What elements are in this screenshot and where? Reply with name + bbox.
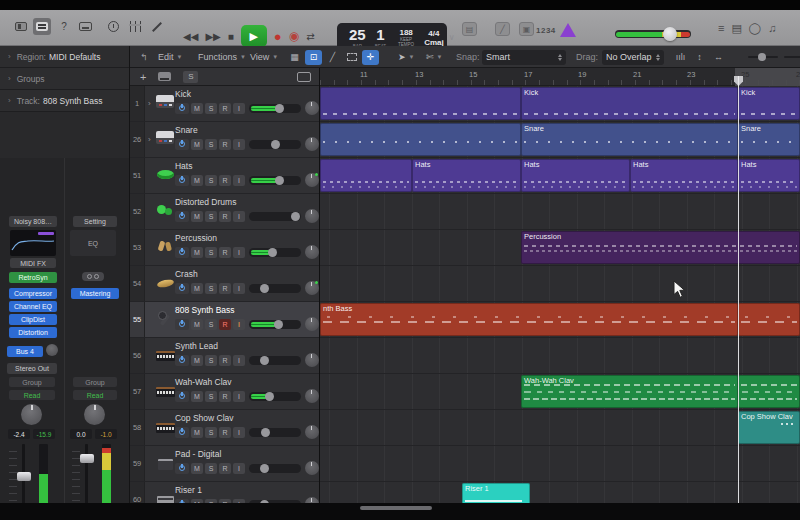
input-monitor-button[interactable]: I [233, 247, 245, 258]
power-button[interactable] [175, 283, 189, 294]
groups-inspector-header[interactable]: › Groups [0, 68, 129, 90]
global-solo-button[interactable]: S [183, 71, 198, 83]
mute-button[interactable]: M [191, 211, 203, 222]
output-slot[interactable]: Stereo Out [7, 363, 57, 374]
track-name[interactable]: Pad - Digital [175, 449, 319, 459]
solo-button[interactable]: S [205, 355, 217, 366]
record-enable-button[interactable]: R [219, 319, 231, 330]
record-enable-button[interactable]: R [219, 355, 231, 366]
track-row[interactable]: 26 › Snare M S R I [130, 122, 319, 158]
input-monitor-button[interactable]: I [233, 463, 245, 474]
midi-region[interactable]: Snare [521, 123, 738, 156]
vertical-zoom-icon[interactable]: ↕ [691, 50, 708, 65]
midi-region[interactable]: Cop Show Clav [738, 411, 800, 444]
lcd-chevron-icon[interactable]: ∨ [449, 33, 455, 42]
smart-controls-icon[interactable] [104, 18, 122, 35]
track-row[interactable]: 57 › Wah-Wah Clav M S R I [130, 374, 319, 410]
input-monitor-button[interactable]: I [233, 391, 245, 402]
track-name[interactable]: Synth Lead [175, 341, 319, 351]
mute-button[interactable]: M [191, 175, 203, 186]
track-icon[interactable] [153, 302, 175, 337]
mute-button[interactable]: M [191, 103, 203, 114]
instrument-slot[interactable]: RetroSyn [9, 272, 57, 283]
catch-icon[interactable]: ✛ [362, 50, 379, 65]
horizontal-zoom-slider[interactable] [784, 56, 800, 58]
mute-button[interactable]: M [191, 427, 203, 438]
track-row[interactable]: 1 › Kick M S R I [130, 86, 319, 122]
count-in-icon[interactable]: 1234 [536, 26, 556, 35]
send-knob[interactable] [46, 344, 58, 356]
input-monitor-button[interactable]: I [233, 175, 245, 186]
replace-icon[interactable]: ▣ [519, 22, 534, 36]
power-button[interactable] [175, 139, 189, 150]
input-monitor-button[interactable]: I [233, 319, 245, 330]
record-enable-button[interactable]: R [219, 139, 231, 150]
mute-button[interactable]: M [191, 247, 203, 258]
bar-ruler[interactable]: 111315171921232527 [320, 68, 800, 86]
pan-knob[interactable] [305, 245, 319, 259]
track-type-icon[interactable] [158, 72, 171, 81]
media-browser-icon[interactable]: ♫ [768, 22, 776, 35]
track-icon[interactable] [153, 374, 175, 409]
volume-slider[interactable] [249, 428, 301, 437]
audio-fx-slot[interactable]: ClipDist [9, 314, 57, 325]
track-row[interactable]: 54 › Crash M S R I [130, 266, 319, 302]
solo-button[interactable]: S [205, 247, 217, 258]
disclosure-icon[interactable]: › [8, 52, 11, 61]
track-row[interactable]: 51 › Hats M S R I [130, 158, 319, 194]
waveform-zoom-icon[interactable]: ıılı [672, 50, 689, 65]
track-row[interactable]: 55 › 808 Synth Bass M S R I [130, 302, 319, 338]
track-name[interactable]: Kick [175, 89, 319, 99]
mute-button[interactable]: M [191, 319, 203, 330]
input-monitor-button[interactable]: I [233, 211, 245, 222]
power-button[interactable] [175, 463, 189, 474]
power-button[interactable] [175, 211, 189, 222]
eq-thumbnail[interactable] [10, 230, 56, 256]
pan-knob[interactable] [305, 461, 319, 475]
record-enable-button[interactable]: R [219, 247, 231, 258]
volume-slider[interactable] [249, 140, 301, 149]
tuner-icon[interactable] [560, 23, 576, 37]
channel-setting-button[interactable]: Noisy 808… [9, 216, 57, 227]
midi-region[interactable]: Kick [738, 87, 800, 120]
track-row[interactable]: 53 › Percussion M S R I [130, 230, 319, 266]
secondary-tool-menu[interactable]: ✄▼ [426, 46, 443, 68]
track-name[interactable]: Percussion [175, 233, 319, 243]
fader-handle[interactable] [80, 454, 94, 463]
volume-slider[interactable] [249, 464, 301, 473]
mute-button[interactable]: M [191, 463, 203, 474]
channel-setting-button[interactable]: Setting [73, 216, 117, 227]
disclosure-icon[interactable]: › [8, 74, 11, 83]
pan-knob[interactable] [84, 404, 105, 425]
master-volume-slider[interactable] [615, 30, 691, 38]
pan-knob[interactable] [305, 353, 319, 367]
record-enable-button[interactable]: R [219, 463, 231, 474]
arrange-lane[interactable] [320, 482, 800, 503]
volume-readout[interactable]: 0.0 [70, 429, 92, 439]
region-inspector-header[interactable]: › Region: MIDI Defaults [0, 46, 129, 68]
automation-mode-button[interactable]: Read [73, 390, 117, 400]
snap-select[interactable]: Smart [482, 46, 566, 68]
play-button[interactable]: ▶ [241, 25, 267, 47]
cycle-button[interactable]: ⇄ [306, 31, 314, 42]
midi-region[interactable]: Hats [521, 159, 630, 192]
track-row[interactable]: 56 › Synth Lead M S R I [130, 338, 319, 374]
horizontal-scrollbar[interactable] [360, 506, 432, 510]
mixer-icon[interactable] [126, 18, 144, 35]
mute-button[interactable]: M [191, 283, 203, 294]
functions-menu[interactable]: Functions▼ [198, 46, 246, 68]
header-config-icon[interactable] [297, 72, 311, 82]
record-enable-button[interactable]: R [219, 211, 231, 222]
playhead[interactable] [738, 76, 739, 503]
automation-mode-button[interactable]: Read [9, 390, 55, 400]
drag-select[interactable]: No Overlap [602, 46, 664, 68]
midi-fx-slot[interactable]: MIDI FX [10, 258, 56, 268]
horizontal-zoom-icon[interactable]: ↔ [710, 50, 727, 65]
solo-button[interactable]: S [205, 427, 217, 438]
pan-knob[interactable] [305, 317, 319, 331]
power-button[interactable] [175, 355, 189, 366]
peak-readout[interactable]: -1.0 [95, 429, 117, 439]
midi-region[interactable]: Percussion [521, 231, 800, 264]
track-icon[interactable] [153, 158, 175, 193]
power-button[interactable] [175, 319, 189, 330]
